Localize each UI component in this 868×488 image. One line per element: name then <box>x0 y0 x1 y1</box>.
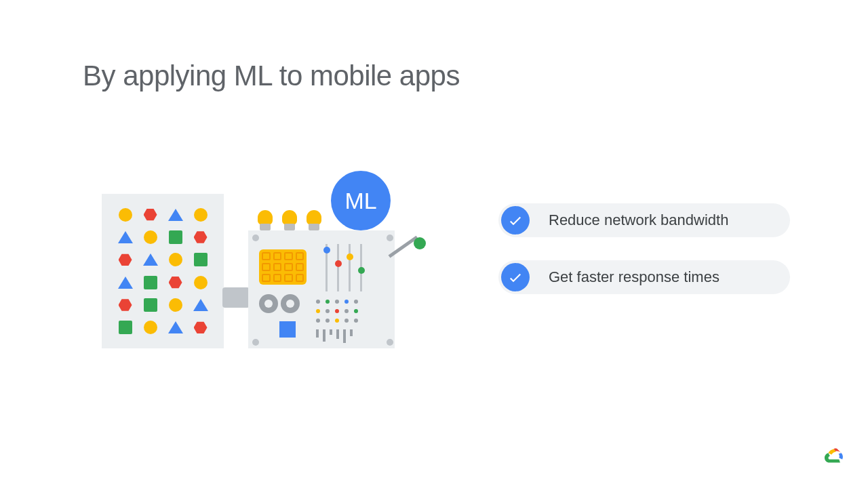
checkmark-icon <box>501 206 530 235</box>
bar-indicators <box>316 329 353 343</box>
google-cloud-logo-icon <box>822 443 848 469</box>
shape-grid <box>113 203 213 339</box>
bullet-item: Get faster response times <box>498 260 790 294</box>
gears-icon <box>259 294 300 313</box>
screw-icon <box>252 235 259 241</box>
bullet-list: Reduce network bandwidth Get faster resp… <box>498 203 790 317</box>
lever-icon <box>393 243 430 279</box>
bullet-item: Reduce network bandwidth <box>498 203 790 237</box>
connector-pipe <box>222 287 250 308</box>
light-bulbs <box>256 205 323 230</box>
bullet-text: Get faster response times <box>549 268 719 286</box>
output-cube-icon <box>279 321 296 338</box>
checkmark-icon <box>501 263 530 291</box>
screw-icon <box>387 339 393 346</box>
shapes-panel <box>102 194 224 348</box>
indicator-dots <box>316 300 359 324</box>
bullet-text: Reduce network bandwidth <box>549 211 728 229</box>
screw-icon <box>387 235 393 241</box>
ml-badge-icon: ML <box>331 171 391 230</box>
chip-icon <box>259 249 307 285</box>
ml-machine-illustration: ML <box>81 169 420 359</box>
screw-icon <box>252 339 259 346</box>
sliders-icon <box>326 244 362 291</box>
slide-title: By applying ML to mobile apps <box>83 60 460 92</box>
